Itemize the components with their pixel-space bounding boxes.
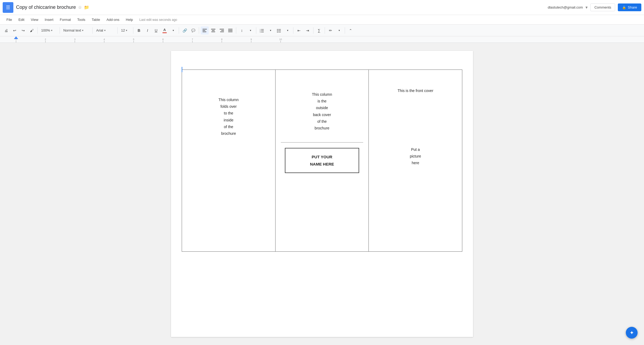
col1-content: This column folds over to the inside of … xyxy=(187,75,270,246)
document-page: This column folds over to the inside of … xyxy=(171,51,473,337)
bullet-list-button[interactable] xyxy=(275,26,283,34)
separator-10 xyxy=(293,27,293,34)
underline-button[interactable]: U xyxy=(152,26,160,34)
font-value: Arial xyxy=(96,28,103,32)
link-button[interactable]: 🔗 xyxy=(181,26,189,34)
ai-button[interactable]: ✦ xyxy=(626,327,638,339)
name-box[interactable]: PUT YOUR NAME HERE xyxy=(285,148,359,173)
separator-11 xyxy=(313,27,313,34)
svg-rect-2 xyxy=(203,32,206,32)
app-menu-button[interactable]: ☰ xyxy=(3,2,13,13)
numbered-list-button[interactable]: 1. 2. 3. xyxy=(258,26,266,34)
menu-tools[interactable]: Tools xyxy=(75,17,88,23)
svg-rect-6 xyxy=(220,29,224,29)
col2-divider xyxy=(281,142,363,143)
document-area: This column folds over to the inside of … xyxy=(0,43,644,345)
italic-button[interactable]: I xyxy=(143,26,152,34)
font-color-button[interactable]: A xyxy=(161,26,169,34)
svg-text:2: 2 xyxy=(45,38,46,41)
redo-button[interactable]: ↪ xyxy=(19,26,27,34)
menu-edit[interactable]: Edit xyxy=(16,17,27,23)
user-email: dlastutech@gmail.com xyxy=(548,5,583,9)
menu-insert[interactable]: Insert xyxy=(42,17,56,23)
font-size-dropdown[interactable]: 12 ▾ xyxy=(119,26,131,34)
formula-button[interactable]: ∑ xyxy=(315,26,323,34)
user-dropdown-icon[interactable]: ▾ xyxy=(585,5,588,10)
numbered-list-arrow[interactable]: ▾ xyxy=(266,26,274,34)
menu-help[interactable]: Help xyxy=(123,17,136,23)
svg-rect-13 xyxy=(261,29,264,30)
top-bar: ☰ Copy of chiccarine brochure ☆ 📁 dlastu… xyxy=(0,0,644,15)
bullet-list-arrow[interactable]: ▾ xyxy=(284,26,292,34)
font-color-dropdown[interactable]: ▾ xyxy=(169,26,177,34)
font-dropdown[interactable]: Arial ▾ xyxy=(94,26,116,34)
star-icon[interactable]: ☆ xyxy=(78,5,82,10)
brochure-col1[interactable]: This column folds over to the inside of … xyxy=(182,70,276,252)
separator-12 xyxy=(325,27,325,34)
line-spacing-arrow[interactable]: ▾ xyxy=(246,26,254,34)
ruler: 1 2 3 4 5 6 7 8 9 10 xyxy=(0,36,644,43)
align-left-button[interactable] xyxy=(201,26,209,34)
print-button[interactable]: 🖨 xyxy=(2,26,10,34)
line-spacing-button[interactable]: ↕ xyxy=(238,26,246,34)
front-cover-text: This is the front cover xyxy=(398,89,433,93)
last-edit-status: Last edit was seconds ago xyxy=(139,18,177,22)
svg-rect-24 xyxy=(0,36,644,43)
comment-button[interactable]: 💬 xyxy=(189,26,197,34)
ruler-svg: 1 2 3 4 5 6 7 8 9 10 xyxy=(0,36,644,43)
font-arrow: ▾ xyxy=(104,29,106,32)
menu-file[interactable]: File xyxy=(4,17,15,23)
svg-rect-17 xyxy=(261,32,264,32)
svg-text:3: 3 xyxy=(74,38,75,41)
style-dropdown[interactable]: Normal text ▾ xyxy=(61,26,91,34)
svg-rect-8 xyxy=(220,32,224,32)
brochure-col3[interactable]: This is the front cover Put a picture he… xyxy=(369,70,462,252)
share-button[interactable]: 🔒 Share xyxy=(618,3,641,11)
align-right-icon xyxy=(220,28,224,33)
svg-text:9: 9 xyxy=(250,38,252,41)
increase-indent-button[interactable]: ⇥ xyxy=(304,26,312,34)
numbered-list-icon: 1. 2. 3. xyxy=(260,28,264,33)
svg-rect-10 xyxy=(228,30,232,31)
font-size-value: 12 xyxy=(121,28,125,32)
comments-button[interactable]: Comments xyxy=(590,3,615,11)
menu-table[interactable]: Table xyxy=(89,17,103,23)
svg-text:8: 8 xyxy=(221,38,222,41)
separator-1 xyxy=(37,27,38,34)
align-right-button[interactable] xyxy=(218,26,226,34)
justify-icon xyxy=(228,28,232,33)
svg-point-18 xyxy=(277,29,278,30)
svg-rect-9 xyxy=(228,29,232,29)
svg-rect-1 xyxy=(203,30,205,31)
menu-addons[interactable]: Add-ons xyxy=(104,17,122,23)
collapse-toolbar-button[interactable]: ⌃ xyxy=(347,26,355,34)
brochure-table: This column folds over to the inside of … xyxy=(182,70,462,252)
menu-view[interactable]: View xyxy=(28,17,41,23)
col3-content: This is the front cover Put a picture he… xyxy=(374,75,457,246)
align-center-button[interactable] xyxy=(209,26,217,34)
svg-rect-5 xyxy=(211,32,215,32)
bold-button[interactable]: B xyxy=(135,26,143,34)
paint-format-button[interactable]: 🖌 xyxy=(28,26,36,34)
picture-text: Put a picture here xyxy=(410,146,421,167)
zoom-value: 100% xyxy=(41,28,50,32)
separator-6 xyxy=(179,27,179,34)
align-left-icon xyxy=(203,28,207,33)
document-title: Copy of chiccarine brochure xyxy=(16,5,76,10)
decrease-indent-button[interactable]: ⇤ xyxy=(295,26,303,34)
undo-button[interactable]: ↩ xyxy=(11,26,19,34)
size-arrow: ▾ xyxy=(126,29,127,32)
draw-arrow[interactable]: ▾ xyxy=(335,26,343,34)
brochure-col2[interactable]: This column is the outside back cover of… xyxy=(275,70,369,252)
top-right-area: dlastutech@gmail.com ▾ Comments 🔒 Share xyxy=(548,3,641,11)
menu-format[interactable]: Format xyxy=(57,17,73,23)
draw-button[interactable]: ✏ xyxy=(327,26,335,34)
zoom-dropdown[interactable]: 100% ▾ xyxy=(39,26,58,34)
svg-rect-21 xyxy=(278,30,281,31)
svg-rect-23 xyxy=(278,32,281,32)
separator-5 xyxy=(133,27,133,34)
svg-rect-19 xyxy=(278,29,281,30)
folder-icon[interactable]: 📁 xyxy=(84,5,89,10)
justify-button[interactable] xyxy=(226,26,234,34)
svg-text:4: 4 xyxy=(103,38,105,41)
